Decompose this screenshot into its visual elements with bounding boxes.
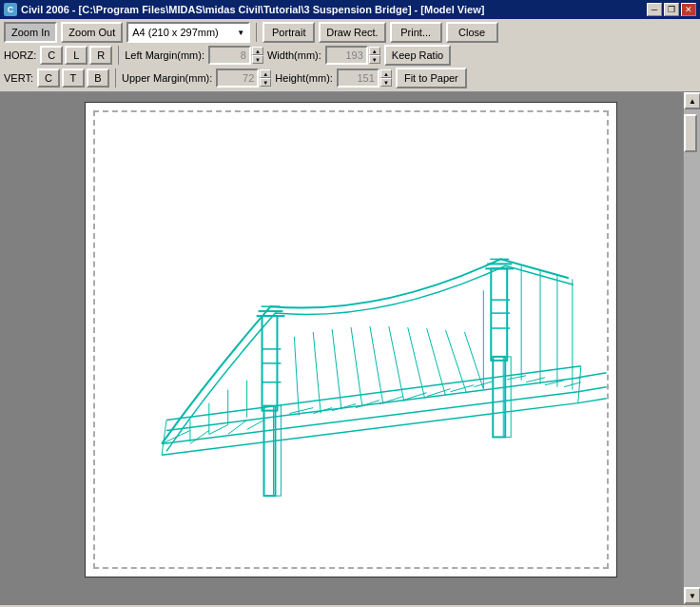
vert-t-button[interactable]: T xyxy=(62,69,85,88)
scroll-thumb[interactable] xyxy=(684,114,697,152)
left-margin-down[interactable]: ▼ xyxy=(252,55,263,64)
toolbar: Zoom In Zoom Out A4 (210 x 297mm) ▼ Port… xyxy=(0,19,700,92)
toolbar-row-1: Zoom In Zoom Out A4 (210 x 297mm) ▼ Port… xyxy=(4,22,696,43)
bridge-svg xyxy=(114,150,607,519)
close-window-button[interactable]: ✕ xyxy=(681,3,696,16)
width-label: Width(mm): xyxy=(267,49,321,61)
svg-line-3 xyxy=(166,366,581,421)
keep-ratio-button[interactable]: Keep Ratio xyxy=(384,45,451,66)
restore-button[interactable]: ❐ xyxy=(664,3,679,16)
draw-rect-button[interactable]: Draw Rect. xyxy=(319,22,385,43)
fit-to-paper-button[interactable]: Fit to Paper xyxy=(396,68,467,88)
toolbar-row-2: HORZ: C L R Left Margin(mm): ▲ ▼ Width(m… xyxy=(4,45,696,66)
title-bar-title: Civil 2006 - [C:\Program Files\MIDAS\mid… xyxy=(21,4,484,15)
svg-line-62 xyxy=(578,387,607,392)
close-button[interactable]: Close xyxy=(446,22,498,43)
horz-label: HORZ: xyxy=(4,49,36,61)
main-area: ▲ ▼ xyxy=(0,92,700,604)
svg-line-39 xyxy=(209,425,228,435)
height-input-group: ▲ ▼ xyxy=(337,69,392,88)
width-input-group: ▲ ▼ xyxy=(325,46,380,65)
upper-margin-spinners: ▲ ▼ xyxy=(260,69,271,87)
minimize-button[interactable]: ─ xyxy=(647,3,662,16)
left-margin-input-group: ▲ ▼ xyxy=(208,46,263,65)
width-spinners: ▲ ▼ xyxy=(369,47,380,64)
separator-2 xyxy=(118,46,119,65)
width-down[interactable]: ▼ xyxy=(369,55,380,64)
svg-line-43 xyxy=(313,408,332,414)
svg-line-5 xyxy=(578,366,581,403)
toolbar-row-3: VERT: C T B Upper Margin(mm): ▲ ▼ Height… xyxy=(4,68,696,88)
svg-rect-14 xyxy=(491,268,507,361)
upper-margin-label: Upper Margin(mm): xyxy=(122,72,212,84)
svg-line-0 xyxy=(162,392,578,444)
zoom-out-button[interactable]: Zoom Out xyxy=(61,22,123,43)
left-margin-spinners: ▲ ▼ xyxy=(252,47,263,64)
svg-line-1 xyxy=(166,378,581,431)
paper-size-dropdown[interactable]: A4 (210 x 297mm) ▼ xyxy=(126,22,250,43)
vert-c-button[interactable]: C xyxy=(37,69,60,88)
dropdown-arrow-icon: ▼ xyxy=(237,29,244,37)
svg-line-41 xyxy=(247,421,264,430)
vert-label: VERT: xyxy=(4,72,33,84)
height-down[interactable]: ▼ xyxy=(380,78,392,87)
upper-margin-up[interactable]: ▲ xyxy=(260,69,271,78)
svg-line-38 xyxy=(190,430,209,443)
scrollbar: ▲ ▼ xyxy=(683,92,700,604)
height-input[interactable] xyxy=(337,69,379,88)
svg-line-52 xyxy=(526,378,545,382)
portrait-button[interactable]: Portrait xyxy=(262,22,315,43)
height-up[interactable]: ▲ xyxy=(380,69,392,78)
zoom-in-button[interactable]: Zoom In xyxy=(4,22,57,43)
upper-margin-down[interactable]: ▼ xyxy=(260,78,271,87)
separator-1 xyxy=(256,23,257,42)
upper-margin-input-group: ▲ ▼ xyxy=(216,69,271,88)
print-button[interactable]: Print... xyxy=(390,22,442,43)
width-up[interactable]: ▲ xyxy=(369,47,380,55)
title-bar: C Civil 2006 - [C:\Program Files\MIDAS\m… xyxy=(0,0,700,19)
left-margin-input[interactable] xyxy=(208,46,251,65)
app-icon: C xyxy=(4,3,17,16)
scroll-track[interactable] xyxy=(684,109,700,587)
svg-line-63 xyxy=(578,399,607,403)
upper-margin-input[interactable] xyxy=(216,69,259,88)
left-margin-label: Left Margin(mm): xyxy=(125,49,204,61)
svg-line-49 xyxy=(451,385,475,392)
horz-r-button[interactable]: R xyxy=(89,46,112,65)
horz-c-button[interactable]: C xyxy=(40,46,63,65)
height-label: Height(mm): xyxy=(275,72,333,84)
horz-align-group: C L R xyxy=(40,46,112,65)
bridge-diagram xyxy=(114,150,607,519)
page-container xyxy=(14,92,683,604)
print-page xyxy=(85,102,617,578)
scroll-up-button[interactable]: ▲ xyxy=(684,92,700,109)
width-input[interactable] xyxy=(325,46,368,65)
scroll-down-button[interactable]: ▼ xyxy=(684,587,700,604)
svg-line-51 xyxy=(507,376,526,380)
title-bar-controls: ─ ❐ ✕ xyxy=(647,3,696,16)
left-gutter xyxy=(0,92,14,604)
vert-align-group: C T B xyxy=(37,69,109,88)
height-spinners: ▲ ▼ xyxy=(380,69,392,87)
horz-l-button[interactable]: L xyxy=(65,46,88,65)
left-margin-up[interactable]: ▲ xyxy=(252,47,263,55)
vert-b-button[interactable]: B xyxy=(87,69,109,88)
svg-line-61 xyxy=(578,373,607,378)
separator-3 xyxy=(115,69,116,88)
svg-line-2 xyxy=(162,403,578,456)
